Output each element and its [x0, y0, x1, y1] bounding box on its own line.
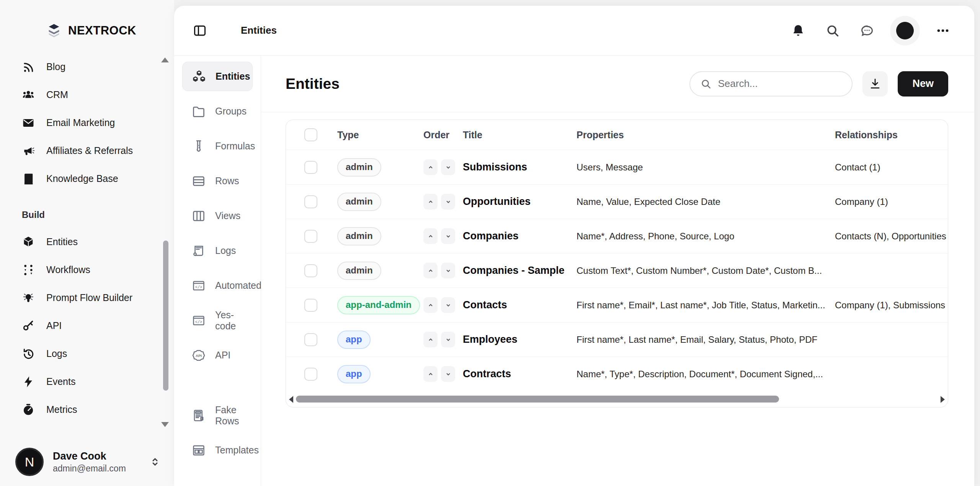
sidebar-scrollbar-thumb[interactable] — [163, 241, 168, 391]
tab-automated[interactable]: </> Automated — [182, 268, 253, 303]
scroll-left-arrow[interactable] — [289, 396, 293, 403]
rss-icon — [22, 61, 35, 74]
table-row[interactable]: app-and-admin Contacts First name*, Emai… — [286, 288, 948, 322]
sidebar-item-api[interactable]: API — [0, 312, 174, 340]
type-badge: admin — [337, 193, 381, 211]
horizontal-scrollbar-thumb[interactable] — [296, 396, 779, 403]
entity-title[interactable]: Contracts — [463, 368, 577, 380]
move-down-button[interactable] — [441, 297, 455, 313]
search-input[interactable] — [718, 78, 846, 90]
new-button[interactable]: New — [898, 71, 948, 97]
workflow-icon — [22, 263, 35, 277]
chevron-up-down-icon — [149, 456, 161, 468]
row-checkbox[interactable] — [304, 230, 317, 243]
table-row[interactable]: admin Opportunities Name, Value, Expecte… — [286, 184, 948, 219]
move-up-button[interactable] — [423, 228, 438, 244]
download-icon — [869, 77, 882, 90]
table-row[interactable]: admin Companies Name*, Address, Phone, S… — [286, 219, 948, 253]
entity-title[interactable]: Companies - Sample — [463, 265, 577, 277]
sidebar-item-workflows[interactable]: Workflows — [0, 256, 174, 284]
tab-label: Logs — [215, 245, 236, 256]
move-down-button[interactable] — [441, 366, 455, 382]
sidebar-item-logs[interactable]: Logs — [0, 340, 174, 368]
sidebar-item-entities[interactable]: Entities — [0, 228, 174, 256]
move-down-button[interactable] — [441, 228, 455, 244]
sidebar-item-events[interactable]: Events — [0, 368, 174, 396]
row-checkbox[interactable] — [304, 161, 317, 174]
entity-title[interactable]: Contacts — [463, 299, 577, 311]
sidebar-item-blog[interactable]: Blog — [0, 53, 174, 81]
sidebar-toggle-button[interactable] — [193, 23, 207, 38]
user-menu[interactable]: N Dave Cook admin@email.com — [15, 448, 161, 476]
move-up-button[interactable] — [423, 159, 438, 175]
tab-logs[interactable]: Logs — [182, 233, 253, 268]
sidebar-item-email-marketing[interactable]: Email Marketing — [0, 109, 174, 137]
receipt-icon — [191, 244, 206, 258]
account-avatar-button[interactable] — [890, 16, 920, 46]
scroll-right-arrow[interactable] — [941, 396, 945, 403]
chevron-down-icon — [444, 370, 453, 379]
tab-api[interactable]: API API — [182, 338, 253, 373]
tab-templates[interactable]: Templates — [182, 433, 253, 468]
folder-icon — [191, 104, 206, 119]
chevron-down-icon — [444, 232, 453, 241]
table-row[interactable]: app Contracts Name*, Type*, Description,… — [286, 357, 948, 391]
entity-title[interactable]: Companies — [463, 230, 577, 242]
row-checkbox[interactable] — [304, 333, 317, 346]
move-up-button[interactable] — [423, 332, 438, 347]
entity-relationships: Contacts (N), Opportunities — [835, 231, 948, 242]
sidebar-item-crm[interactable]: CRM — [0, 81, 174, 109]
sidebar-scroll-up-arrow[interactable] — [161, 57, 169, 62]
select-all-checkbox[interactable] — [304, 128, 317, 141]
entity-title[interactable]: Submissions — [463, 161, 577, 173]
move-up-button[interactable] — [423, 263, 438, 278]
tab-rows[interactable]: Rows — [182, 164, 253, 198]
sidebar-item-prompt-flow-builder[interactable]: Prompt Flow Builder — [0, 284, 174, 312]
sidebar-item-affiliates-referrals[interactable]: Affiliates & Referrals — [0, 137, 174, 165]
row-checkbox[interactable] — [304, 195, 317, 208]
tab-fake-rows[interactable]: FAKE Fake Rows — [182, 398, 253, 433]
entities-table: Type Order Title Properties Relationship… — [286, 119, 948, 407]
row-checkbox[interactable] — [304, 264, 317, 277]
entities-sidebar: Entities Groups Formulas — [174, 56, 261, 486]
tab-yes-code[interactable]: </> Yes-code — [182, 303, 253, 338]
bell-icon — [791, 23, 805, 38]
sidebar-item-knowledge-base[interactable]: Knowledge Base — [0, 165, 174, 193]
table-row[interactable]: admin Submissions Users, Message Contact… — [286, 150, 948, 184]
tab-formulas[interactable]: Formulas — [182, 129, 253, 164]
move-down-button[interactable] — [441, 263, 455, 278]
left-sidebar: NEXTROCK Blog CRM Email Marketing — [0, 0, 174, 486]
move-up-button[interactable] — [423, 366, 438, 382]
chevron-down-icon — [444, 335, 453, 344]
move-up-button[interactable] — [423, 297, 438, 313]
tab-label: Formulas — [215, 141, 255, 152]
mail-icon — [22, 116, 35, 129]
entity-title[interactable]: Employees — [463, 334, 577, 345]
table-row[interactable]: admin Companies - Sample Custom Text*, C… — [286, 253, 948, 288]
sidebar-scroll-down-arrow[interactable] — [161, 422, 169, 427]
sidebar-item-metrics[interactable]: Metrics — [0, 396, 174, 424]
panel-toggle-icon — [193, 23, 207, 38]
tab-groups[interactable]: Groups — [182, 94, 253, 129]
entity-title[interactable]: Opportunities — [463, 196, 577, 208]
notifications-button[interactable] — [787, 19, 810, 42]
row-checkbox[interactable] — [304, 368, 317, 381]
svg-text:</>: </> — [195, 285, 203, 289]
table-row[interactable]: app Employees First name*, Last name*, E… — [286, 322, 948, 357]
entity-relationships: Company (1) — [835, 196, 948, 207]
tab-label: Views — [215, 210, 240, 221]
entity-properties: First name*, Email*, Last name*, Job Tit… — [577, 300, 835, 311]
move-up-button[interactable] — [423, 194, 438, 209]
move-down-button[interactable] — [441, 194, 455, 209]
export-button[interactable] — [862, 71, 888, 97]
tab-entities[interactable]: Entities — [182, 62, 253, 91]
chat-button[interactable] — [856, 19, 879, 42]
search-icon — [825, 23, 840, 38]
row-checkbox[interactable] — [304, 299, 317, 312]
move-down-button[interactable] — [441, 332, 455, 347]
more-options-button[interactable] — [931, 19, 954, 42]
page-header: Entities New — [261, 56, 974, 112]
move-down-button[interactable] — [441, 159, 455, 175]
search-button[interactable] — [821, 19, 844, 42]
tab-views[interactable]: Views — [182, 198, 253, 233]
